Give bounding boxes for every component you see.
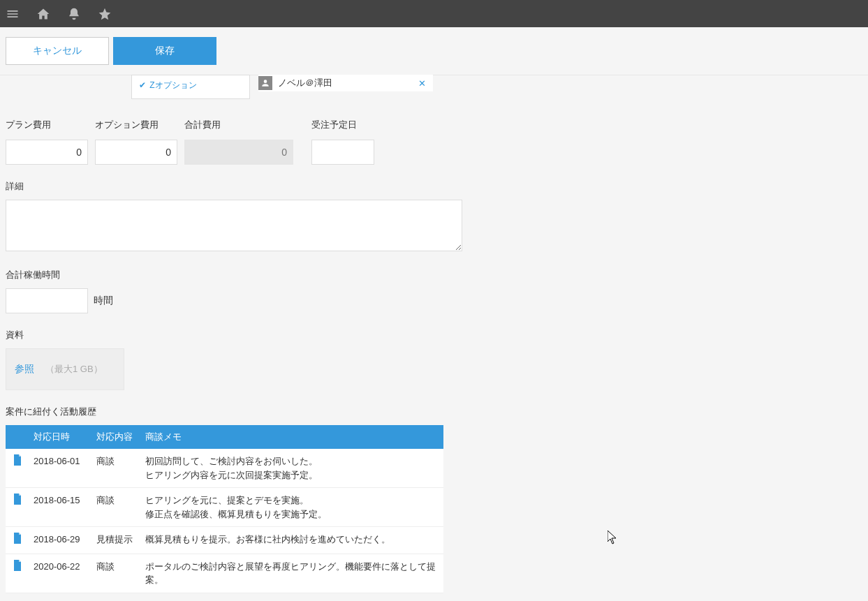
total-cost-field: 合計費用 0 <box>184 119 293 165</box>
document-icon[interactable] <box>6 449 29 488</box>
avatar-icon <box>258 76 272 90</box>
hours-unit: 時間 <box>94 295 113 307</box>
cell-date: 2020-06-22 <box>29 554 92 593</box>
cell-date: 2018-06-29 <box>29 527 92 554</box>
option-box[interactable]: ✔ Zオプション <box>131 75 250 99</box>
cost-fields: プラン費用 オプション費用 合計費用 0 受注予定日 <box>6 119 469 165</box>
table-row[interactable]: 2018-06-29見積提示概算見積もりを提示。お客様に社内検討を進めていただく… <box>6 527 443 554</box>
z-option[interactable]: ✔ Zオプション <box>139 80 242 91</box>
table-row[interactable]: 2018-06-15商談ヒアリングを元に、提案とデモを実施。修正点を確認後、概算… <box>6 488 443 527</box>
activity-title: 案件に紐付く活動履歴 <box>6 406 469 418</box>
close-icon[interactable]: ✕ <box>415 78 429 89</box>
total-cost-display: 0 <box>184 140 293 165</box>
table-row[interactable]: 2018-06-01商談初回訪問して、ご検討内容をお伺いした。ヒアリング内容を元… <box>6 449 443 488</box>
home-icon[interactable] <box>36 7 53 21</box>
cell-memo: ヒアリングを元に、提案とデモを実施。修正点を確認後、概算見積もりを実施予定。 <box>141 488 443 527</box>
cell-memo: ポータルのご検討内容と展望を再度ヒアリング。機能要件に落として提案。 <box>141 554 443 593</box>
col-memo: 商談メモ <box>141 425 443 449</box>
document-icon[interactable] <box>6 488 29 527</box>
cell-date: 2018-06-01 <box>29 449 92 488</box>
save-button[interactable]: 保存 <box>113 37 216 65</box>
table-header-row: 対応日時 対応内容 商談メモ <box>6 425 443 449</box>
order-date-input[interactable] <box>311 140 374 165</box>
star-icon[interactable] <box>98 7 115 21</box>
order-date-field: 受注予定日 <box>311 119 374 165</box>
cell-date: 2018-06-15 <box>29 488 92 527</box>
file-size-hint: （最大1 GB） <box>45 363 103 376</box>
option-cost-input[interactable] <box>95 140 177 165</box>
cell-type: 商談 <box>92 554 141 593</box>
order-date-label: 受注予定日 <box>311 119 374 131</box>
col-date: 対応日時 <box>29 425 92 449</box>
cancel-button[interactable]: キャンセル <box>6 37 109 65</box>
top-row: ✔ Zオプション ノベル＠澤田 ✕ <box>131 75 469 99</box>
global-header <box>0 0 868 27</box>
check-icon: ✔ <box>139 80 146 90</box>
attachments-label: 資料 <box>6 329 469 341</box>
person-name: ノベル＠澤田 <box>278 77 415 89</box>
cell-type: 商談 <box>92 488 141 527</box>
cell-type: 商談 <box>92 449 141 488</box>
cell-memo: 初回訪問して、ご検討内容をお伺いした。ヒアリング内容を元に次回提案実施予定。 <box>141 449 443 488</box>
hours-row: 時間 <box>6 288 469 313</box>
plan-cost-field: プラン費用 <box>6 119 88 165</box>
form-content: ✔ Zオプション ノベル＠澤田 ✕ プラン費用 オプション費用 合計費用 0 受… <box>0 75 475 601</box>
action-bar: キャンセル 保存 <box>0 27 868 75</box>
option-cost-label: オプション費用 <box>95 119 177 131</box>
hours-input[interactable] <box>6 288 88 313</box>
person-chip: ノベル＠澤田 ✕ <box>258 75 433 91</box>
cell-memo: 概算見積もりを提示。お客様に社内検討を進めていただく。 <box>141 527 443 554</box>
col-type: 対応内容 <box>92 425 141 449</box>
hours-label: 合計稼働時間 <box>6 269 469 281</box>
menu-icon[interactable] <box>6 7 22 21</box>
document-icon[interactable] <box>6 527 29 554</box>
file-upload-box[interactable]: 参照 （最大1 GB） <box>6 348 124 390</box>
plan-cost-input[interactable] <box>6 140 88 165</box>
z-option-label: Zオプション <box>149 80 196 90</box>
detail-textarea[interactable] <box>6 200 462 251</box>
activity-table: 対応日時 対応内容 商談メモ 2018-06-01商談初回訪問して、ご検討内容を… <box>6 425 443 593</box>
cursor-icon <box>608 530 619 547</box>
document-icon[interactable] <box>6 554 29 593</box>
plan-cost-label: プラン費用 <box>6 119 88 131</box>
table-row[interactable]: 2020-06-22商談ポータルのご検討内容と展望を再度ヒアリング。機能要件に落… <box>6 554 443 593</box>
bell-icon[interactable] <box>67 7 84 21</box>
detail-label: 詳細 <box>6 180 469 193</box>
browse-link[interactable]: 参照 <box>15 363 34 376</box>
option-cost-field: オプション費用 <box>95 119 177 165</box>
total-cost-label: 合計費用 <box>184 119 293 131</box>
cell-type: 見積提示 <box>92 527 141 554</box>
